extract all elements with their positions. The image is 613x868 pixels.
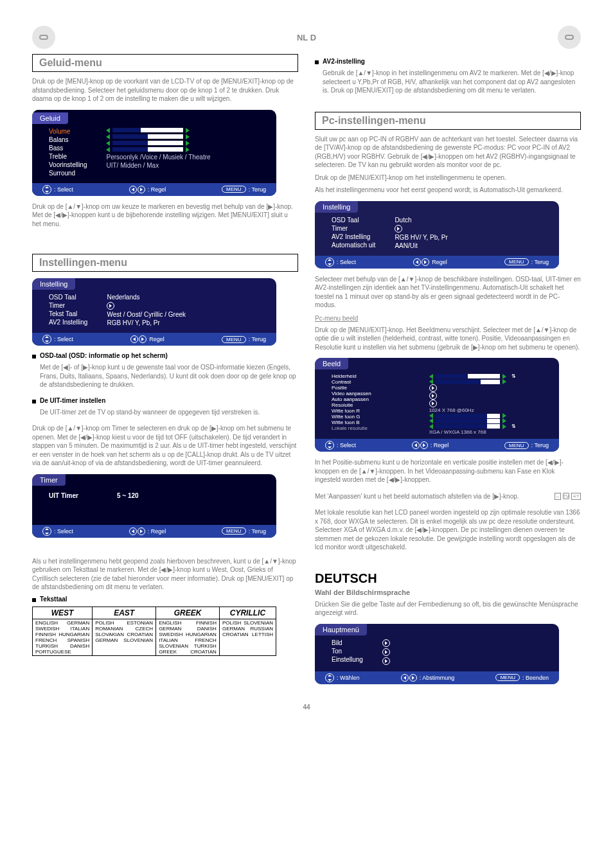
sound-item-balans[interactable]: Balans bbox=[49, 136, 87, 143]
av2-head: AV2-instelling bbox=[323, 58, 365, 65]
pc-pic-text3: Met 'Aanpassen' kunt u het beeld automat… bbox=[315, 492, 549, 501]
updown-icon bbox=[42, 527, 51, 536]
pc-pic-text1: Druk op de [MENU/EXIT]-knop. Het Beeldme… bbox=[315, 326, 581, 352]
inst2-val-auto: AAN/Uit bbox=[395, 242, 547, 249]
pc-settings-title: Pc-instellingen-menu bbox=[315, 112, 581, 130]
pc-picture-title: Pc-menu beeld bbox=[315, 315, 581, 322]
inst2-val-osd: Dutch bbox=[395, 217, 547, 224]
haupt-ton[interactable]: Ton bbox=[332, 648, 363, 655]
timer-tab: Timer bbox=[32, 474, 66, 486]
play-icon bbox=[429, 384, 437, 392]
ftr-adjust: : Regel bbox=[148, 186, 166, 193]
haupt-tab: Hauptmenü bbox=[315, 624, 367, 635]
beeld-wg[interactable]: Witte toon G bbox=[332, 414, 371, 420]
deutsch-sub: Wahl der Bildschirmsprache bbox=[315, 589, 581, 596]
inst-av2-val: RGB HV/ Y, Pb, Pr bbox=[107, 319, 265, 326]
updown-icon bbox=[42, 185, 51, 194]
uit-timer-text1: De UIT-timer zet de TV op stand-by wanne… bbox=[40, 408, 260, 417]
beeld-lokale[interactable]: Lokale resolutie bbox=[332, 425, 371, 431]
pc-text-1: Sluit uw pc aan op PC-IN of RGBHV aan de… bbox=[315, 135, 581, 170]
uit-timer-text2: Druk op de [▲/▼]-knop om Timer te select… bbox=[32, 424, 298, 468]
beeld-helder[interactable]: Helderheid bbox=[332, 373, 371, 379]
beeld-res[interactable]: Resolutie bbox=[332, 402, 371, 408]
inst2-timer[interactable]: Timer bbox=[332, 225, 375, 232]
inst-osd[interactable]: OSD Taal bbox=[49, 294, 87, 301]
page-number: 44 bbox=[32, 704, 581, 711]
sound-text-2: Druk op de [▲/▼]-knop om uw keuze te mar… bbox=[32, 202, 298, 229]
decor-circle-left bbox=[32, 26, 55, 49]
play-icon bbox=[382, 657, 390, 665]
ftr-back: : Terug bbox=[249, 186, 266, 193]
pc-pic-text4: Met lokale resolutie kan het LCD paneel … bbox=[315, 508, 581, 552]
inst-av2[interactable]: AV2 Instelling bbox=[49, 319, 87, 326]
beeld-contrast[interactable]: Contrast bbox=[332, 379, 371, 385]
bullet-icon bbox=[32, 400, 36, 403]
beeld-menu: Beeld Helderheid Contrast Positie Video … bbox=[315, 358, 559, 452]
timer-label: UIT Timer bbox=[49, 492, 78, 499]
inst2-auto[interactable]: Automatisch uit bbox=[332, 242, 375, 249]
pc-text-2: Druk op de [MENU/EXIT]-knop om het inste… bbox=[315, 173, 581, 182]
updown-icon bbox=[325, 258, 334, 267]
play-icon bbox=[429, 400, 437, 407]
bullet-icon bbox=[32, 355, 36, 359]
osd-taal-head: OSD-taal (OSD: informatie op het scherm) bbox=[40, 352, 168, 359]
inst-timer[interactable]: Timer bbox=[49, 302, 87, 309]
play-icon bbox=[382, 648, 390, 656]
pc-text-4: Selecteer met behulp van de [▲/▼]-knop d… bbox=[315, 275, 581, 310]
beeld-video[interactable]: Video aanpassen bbox=[332, 391, 371, 396]
sound-item-treble[interactable]: Treble bbox=[49, 153, 87, 160]
updown-icon bbox=[325, 441, 334, 450]
inst-tekst[interactable]: Tekst Taal bbox=[49, 310, 87, 317]
sound-menu: Geluid Volume Balans Bass Treble Voorins… bbox=[32, 110, 276, 196]
deutsch-head: DEUTSCH bbox=[315, 571, 581, 586]
av2-text: Gebruik de [▲/▼]-knop in het instellinge… bbox=[323, 69, 581, 95]
osd-taal-text: Met de [◀]- of [▶]-knop kunt u de gewens… bbox=[40, 363, 298, 389]
leftright-icon bbox=[401, 674, 417, 682]
sound-menu-title: Geluid-menu bbox=[32, 54, 298, 72]
leftright-icon bbox=[413, 258, 429, 266]
leftright-icon bbox=[129, 186, 145, 193]
inst2-osd[interactable]: OSD Taal bbox=[332, 217, 375, 224]
beeld-tab: Beeld bbox=[315, 358, 348, 369]
timer-menu: Timer UIT Timer5 ~ 120 : Select : Regel … bbox=[32, 474, 276, 538]
uit-timer-head: De UIT-timer instellen bbox=[40, 397, 105, 404]
bullet-icon bbox=[315, 60, 319, 64]
decor-circle-right bbox=[558, 26, 581, 49]
deutsch-text: Drücken Sie die gelbe Taste auf der Fern… bbox=[315, 600, 581, 617]
play-icon bbox=[429, 392, 437, 400]
sound-item-surround[interactable]: Surround bbox=[49, 170, 87, 177]
tekst-taal-head: Teksttaal bbox=[40, 596, 67, 603]
instelling-menu-1: Instelling OSD Taal Timer Tekst Taal AV2… bbox=[32, 278, 276, 346]
inst-tab: Instelling bbox=[32, 278, 75, 290]
beeld-wb[interactable]: Witte toon B bbox=[332, 420, 371, 425]
play-icon bbox=[395, 225, 402, 233]
ftr-select: : Select bbox=[54, 186, 73, 193]
menu-btn-icon: MENU bbox=[222, 186, 246, 193]
inst-tekst-val: West / Oost/ Cyrillic / Greek bbox=[107, 311, 265, 318]
haupt-bild[interactable]: Bild bbox=[332, 639, 363, 646]
play-icon bbox=[107, 302, 114, 310]
beeld-res-val: 1024 X 768 @60Hz bbox=[429, 407, 547, 413]
pc-pic-text2: In het Positie-submenu kunt u de horizon… bbox=[315, 458, 581, 484]
remote-icons: – TV ≡? bbox=[555, 492, 581, 500]
sound-tab: Geluid bbox=[32, 112, 68, 124]
beeld-wr[interactable]: Witte toon R bbox=[332, 408, 371, 414]
beeld-auto[interactable]: Auto aanpassen bbox=[332, 396, 371, 402]
inst-osd-val: Nederlands bbox=[107, 294, 265, 301]
bullet-icon bbox=[32, 598, 36, 602]
inst2-tab: Instelling bbox=[315, 201, 358, 213]
sound-text-1: Druk op de [MENU]-knop op de voorkant va… bbox=[32, 77, 298, 103]
language-table: WEST EAST GREEK CYRILLIC ENGLISHGERMANSW… bbox=[32, 607, 276, 656]
leftright-icon bbox=[129, 527, 145, 535]
lang-badge: NL D bbox=[297, 33, 316, 42]
sound-item-bass[interactable]: Bass bbox=[49, 145, 87, 152]
sound-item-volume[interactable]: Volume bbox=[49, 128, 87, 135]
hauptmenu: Hauptmenü Bild Ton Einstellung : Wählen bbox=[315, 624, 559, 684]
settings-menu-title: Instellingen-menu bbox=[32, 254, 298, 272]
sound-item-preset[interactable]: Voorinstelling bbox=[49, 161, 87, 168]
sound-preset-val: Persoonlyk /Voice / Musiek / Theatre bbox=[106, 154, 265, 161]
haupt-einst[interactable]: Einstellung bbox=[332, 656, 363, 663]
tekst-taal-intro: Als u het instellingenmenu hebt geopend … bbox=[32, 557, 298, 592]
beeld-positie[interactable]: Positie bbox=[332, 385, 371, 391]
inst2-av2[interactable]: AV2 Instelling bbox=[332, 233, 375, 240]
